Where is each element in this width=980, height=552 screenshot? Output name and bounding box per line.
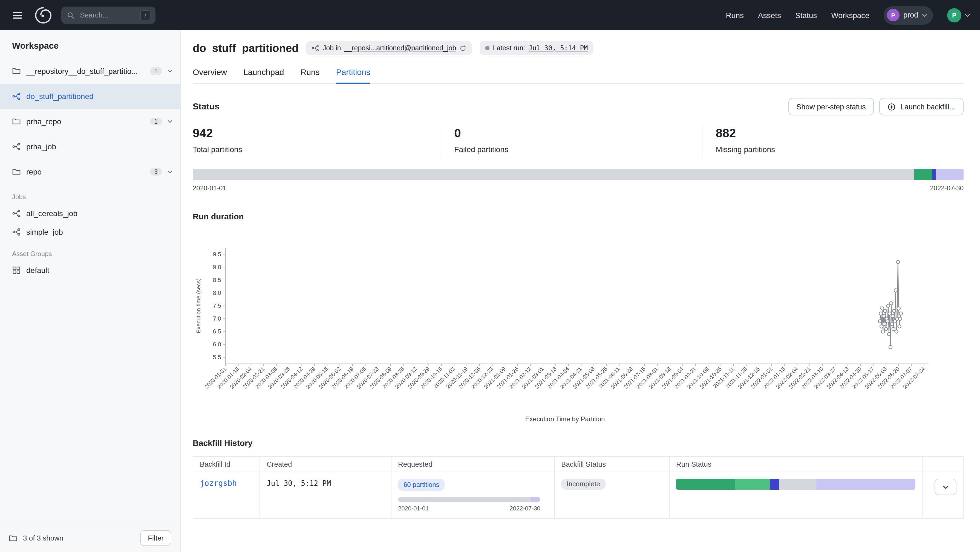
job-icon <box>12 92 21 101</box>
filter-button[interactable]: Filter <box>140 530 171 546</box>
job-chip-prefix: Job in <box>323 44 341 52</box>
sidebar-item-label: prha_repo <box>26 117 144 126</box>
requested-partitions-chip[interactable]: 60 partitions <box>398 479 445 491</box>
nav-workspace[interactable]: Workspace <box>831 11 869 19</box>
table-header-row: Backfill Id Created Requested Backfill S… <box>193 457 963 472</box>
latest-run-chip: Latest run: Jul 30, 5:14 PM <box>480 41 593 55</box>
search-field[interactable] <box>79 10 136 20</box>
hamburger-icon <box>12 10 23 21</box>
sidebar-item-simple-job[interactable]: simple_job <box>0 223 180 241</box>
job-icon <box>312 44 320 52</box>
sidebar-item-label: prha_job <box>26 142 172 151</box>
search-icon <box>67 11 75 19</box>
sidebar-item-repo[interactable]: repo 3 <box>0 159 180 184</box>
run-status-bar <box>676 479 915 490</box>
hamburger-menu-button[interactable] <box>10 7 25 23</box>
topbar: / Runs Assets Status Workspace P prod P <box>0 0 980 30</box>
search-input[interactable]: / <box>61 6 156 24</box>
partition-status-bar <box>193 169 964 180</box>
jobs-section-label: Jobs <box>0 184 180 204</box>
partition-range-end: 2022-07-30 <box>930 184 964 192</box>
sidebar-item-label: default <box>26 266 49 274</box>
backfill-created: Jul 30, 5:12 PM <box>267 479 331 487</box>
asset-groups-section-label: Asset Groups <box>0 241 180 261</box>
folder-icon <box>12 67 21 76</box>
stat-failed-partitions: 0 Failed partitions <box>441 125 702 159</box>
nav-status[interactable]: Status <box>795 11 817 19</box>
chevron-down-icon[interactable] <box>167 120 172 123</box>
sidebar-item-repository[interactable]: __repository__do_stuff_partitio... 1 <box>0 59 180 84</box>
sidebar-item-default-asset-group[interactable]: default <box>0 261 180 279</box>
sidebar-item-prha-job[interactable]: prha_job <box>0 134 180 159</box>
page-title: do_stuff_partitioned <box>193 42 299 54</box>
job-icon <box>12 142 21 151</box>
tab-launchpad[interactable]: Launchpad <box>243 67 284 83</box>
stat-total-partitions: 942 Total partitions <box>193 125 441 159</box>
chevron-down-icon[interactable] <box>167 70 172 73</box>
dagster-swirl-icon <box>34 6 52 24</box>
tab-overview[interactable]: Overview <box>193 67 227 83</box>
tab-partitions[interactable]: Partitions <box>336 67 371 83</box>
chevron-down-icon <box>965 13 970 17</box>
svg-text:7.0: 7.0 <box>213 315 221 322</box>
launch-backfill-button[interactable]: Launch backfill... <box>880 98 964 116</box>
env-name: prod <box>904 11 918 19</box>
table-row: jozrgsbh Jul 30, 5:12 PM 60 partitions 2… <box>193 472 963 518</box>
sidebar-item-label: all_cereals_job <box>26 209 78 218</box>
svg-text:8.5: 8.5 <box>213 276 221 283</box>
svg-text:9.0: 9.0 <box>213 264 221 271</box>
job-repo-link[interactable]: __reposi...artitioned@partitioned_job <box>344 44 456 52</box>
svg-text:6.0: 6.0 <box>213 341 221 348</box>
count-badge: 3 <box>150 168 162 176</box>
workspace-sidebar: Workspace __repository__do_stuff_partiti… <box>0 30 181 552</box>
sidebar-item-label: __repository__do_stuff_partitio... <box>26 67 144 76</box>
col-actions <box>922 457 963 472</box>
latest-run-label: Latest run: <box>493 44 525 52</box>
job-chip: Job in __reposi...artitioned@partitioned… <box>306 41 472 55</box>
search-shortcut-key: / <box>140 10 151 20</box>
run-status-dot <box>485 46 490 50</box>
shown-count: 3 of 3 shown <box>23 534 135 542</box>
dagster-logo[interactable] <box>34 6 52 24</box>
partition-stats: 942 Total partitions 0 Failed partitions… <box>193 125 964 159</box>
col-backfill-status: Backfill Status <box>554 457 669 472</box>
nav-assets[interactable]: Assets <box>758 11 781 19</box>
plus-circle-icon <box>888 103 896 111</box>
backfill-history-table: Backfill Id Created Requested Backfill S… <box>193 456 964 519</box>
svg-text:7.5: 7.5 <box>213 302 221 309</box>
status-section-title: Status <box>193 102 220 112</box>
sidebar-item-label: repo <box>26 167 144 176</box>
reload-icon[interactable] <box>459 44 466 52</box>
row-expand-button[interactable] <box>935 479 956 495</box>
show-per-step-status-button[interactable]: Show per-step status <box>788 98 874 116</box>
col-requested: Requested <box>391 457 554 472</box>
svg-text:Execution time (secs): Execution time (secs) <box>195 278 202 333</box>
latest-run-link[interactable]: Jul 30, 5:14 PM <box>528 44 588 52</box>
nav-runs[interactable]: Runs <box>726 11 744 19</box>
sidebar-item-do-stuff-partitioned[interactable]: do_stuff_partitioned <box>0 84 180 109</box>
user-avatar: P <box>947 8 961 22</box>
chevron-down-icon <box>922 13 928 17</box>
svg-text:9.5: 9.5 <box>213 251 221 258</box>
requested-progress-bar <box>398 497 540 502</box>
col-created: Created <box>260 457 391 472</box>
sidebar-footer: 3 of 3 shown Filter <box>0 523 180 552</box>
chevron-down-icon <box>942 485 948 489</box>
partition-range-start: 2020-01-01 <box>193 184 226 192</box>
sidebar-item-prha-repo[interactable]: prha_repo 1 <box>0 109 180 134</box>
sidebar-item-all-cereals-job[interactable]: all_cereals_job <box>0 204 180 223</box>
backfill-id-link[interactable]: jozrgsbh <box>200 479 237 487</box>
tab-runs[interactable]: Runs <box>301 67 320 83</box>
environment-switcher[interactable]: P prod <box>884 6 933 24</box>
count-badge: 1 <box>150 117 162 125</box>
chevron-down-icon[interactable] <box>167 170 172 173</box>
chart-caption: Execution Time by Partition <box>193 415 937 423</box>
job-icon <box>12 228 21 236</box>
tab-bar: Overview Launchpad Runs Partitions <box>193 67 964 84</box>
job-icon <box>12 209 21 218</box>
svg-text:6.5: 6.5 <box>213 328 221 335</box>
user-menu[interactable]: P <box>947 8 970 22</box>
col-backfill-id: Backfill Id <box>193 457 260 472</box>
folder-icon <box>12 117 21 126</box>
col-run-status: Run Status <box>669 457 922 472</box>
